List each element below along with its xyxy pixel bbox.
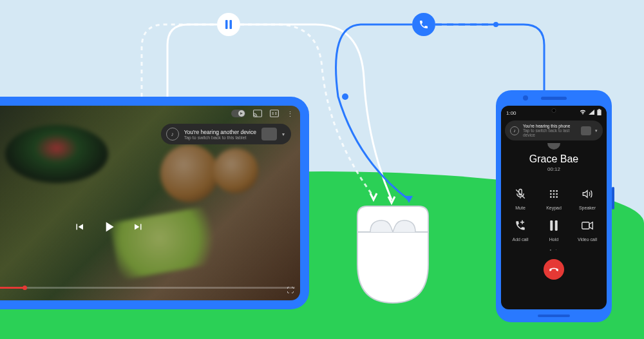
chevron-down-icon[interactable]: ▾ bbox=[282, 131, 285, 137]
tablet-toast-subtitle: Tap to switch back to this tablet bbox=[184, 135, 256, 140]
pause-badge bbox=[217, 13, 240, 36]
tablet-topbar: ⋮ bbox=[231, 110, 294, 119]
call-duration: 00:12 bbox=[501, 166, 607, 172]
previous-icon[interactable] bbox=[73, 221, 85, 233]
video-controls bbox=[73, 218, 144, 235]
svg-rect-7 bbox=[270, 110, 279, 117]
svg-point-18 bbox=[556, 196, 558, 198]
next-icon[interactable] bbox=[133, 221, 144, 233]
page-indicator: • · bbox=[501, 247, 607, 253]
battery-icon bbox=[597, 109, 601, 117]
hold-button[interactable]: Hold bbox=[537, 217, 571, 242]
play-icon[interactable] bbox=[100, 218, 117, 235]
captions-icon[interactable] bbox=[270, 110, 279, 119]
video-progress[interactable] bbox=[0, 287, 295, 289]
hold-icon bbox=[545, 217, 563, 235]
svg-point-10 bbox=[550, 190, 552, 192]
tablet-screen: ⋮ ♪ You're hearing another device Tap to… bbox=[0, 106, 300, 300]
device-thumbnail bbox=[581, 126, 591, 135]
device-thumbnail bbox=[261, 128, 277, 140]
earbuds-case bbox=[351, 203, 435, 306]
svg-point-14 bbox=[553, 193, 555, 195]
svg-point-13 bbox=[550, 193, 552, 195]
svg-rect-8 bbox=[598, 109, 600, 110]
call-badge bbox=[412, 13, 435, 36]
mute-icon bbox=[511, 185, 529, 203]
headphones-icon: ♪ bbox=[166, 128, 179, 140]
add-call-icon bbox=[511, 217, 529, 235]
add-call-button[interactable]: Add call bbox=[504, 217, 537, 242]
fullscreen-icon[interactable]: ⛶ bbox=[287, 286, 294, 294]
caller-avatar bbox=[547, 143, 560, 150]
phone-device: 1:00 ♪ You're hearing this phone Tap to … bbox=[496, 90, 612, 322]
caller-name: Grace Bae bbox=[501, 153, 607, 165]
mute-button[interactable]: Mute bbox=[504, 185, 537, 210]
phone-toast-title: You're hearing this phone bbox=[523, 124, 577, 128]
chevron-down-icon[interactable]: ▾ bbox=[595, 128, 598, 133]
hangup-icon bbox=[548, 264, 560, 275]
svg-point-12 bbox=[556, 190, 558, 192]
autoplay-toggle-icon[interactable] bbox=[231, 110, 245, 119]
svg-point-16 bbox=[550, 196, 552, 198]
svg-rect-20 bbox=[555, 220, 558, 231]
speaker-button[interactable]: Speaker bbox=[571, 185, 604, 210]
svg-point-1 bbox=[342, 93, 348, 100]
keypad-icon bbox=[545, 185, 563, 203]
svg-point-15 bbox=[556, 193, 558, 195]
video-icon bbox=[578, 217, 596, 235]
svg-rect-19 bbox=[550, 220, 553, 231]
wifi-icon bbox=[580, 110, 586, 116]
signal-icon bbox=[589, 110, 594, 116]
video-call-button[interactable]: Video call bbox=[571, 217, 604, 242]
phone-screen: 1:00 ♪ You're hearing this phone Tap to … bbox=[501, 106, 607, 309]
phone-toast-subtitle: Tap to switch back to last device bbox=[523, 128, 577, 137]
keypad-button[interactable]: Keypad bbox=[537, 185, 571, 210]
speaker-icon bbox=[578, 185, 596, 203]
phone-audio-toast[interactable]: ♪ You're hearing this phone Tap to switc… bbox=[505, 121, 603, 140]
tablet-audio-toast[interactable]: ♪ You're hearing another device Tap to s… bbox=[161, 124, 291, 144]
svg-point-0 bbox=[493, 22, 498, 27]
end-call-button[interactable] bbox=[544, 259, 564, 280]
svg-rect-2 bbox=[225, 20, 228, 29]
svg-rect-21 bbox=[582, 222, 589, 229]
more-icon[interactable]: ⋮ bbox=[287, 110, 294, 119]
headphones-icon: ♪ bbox=[510, 126, 519, 135]
tablet-device: ⋮ ♪ You're hearing another device Tap to… bbox=[0, 97, 309, 309]
svg-point-11 bbox=[553, 190, 555, 192]
tablet-toast-title: You're hearing another device bbox=[184, 129, 256, 135]
svg-rect-3 bbox=[230, 20, 232, 29]
svg-point-17 bbox=[553, 196, 555, 198]
phone-clock: 1:00 bbox=[506, 110, 516, 116]
call-controls-grid: Mute Keypad Speaker Add call Hold Video … bbox=[504, 185, 604, 242]
svg-rect-9 bbox=[597, 110, 601, 115]
cast-icon[interactable] bbox=[253, 110, 262, 119]
